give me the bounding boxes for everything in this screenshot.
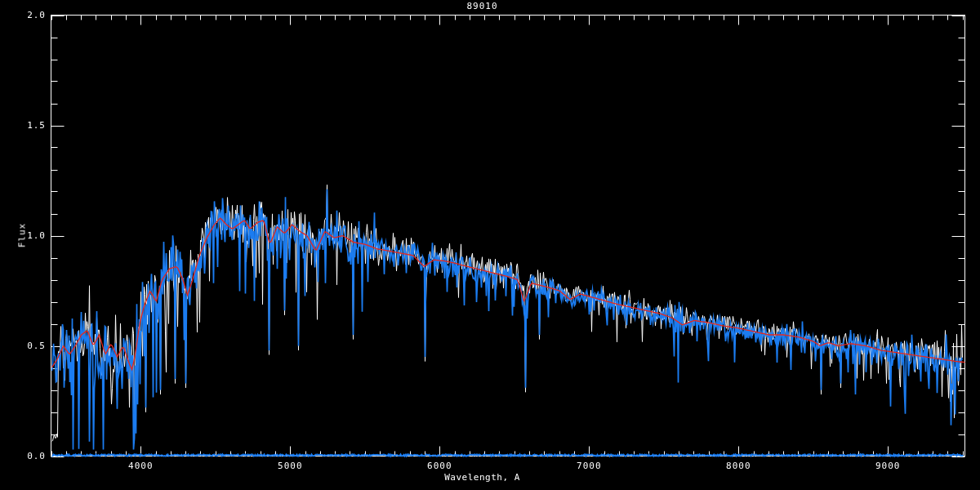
x-tick-label: 5000 [265, 461, 314, 471]
x-tick-label: 9000 [863, 461, 912, 471]
y-tick-label: 0.5 [13, 341, 46, 351]
spectrum-canvas [0, 0, 980, 490]
y-tick-label: 2.0 [13, 10, 46, 20]
spectrum-plot-window: 89010 Flux Wavelength, A 400050006000700… [0, 0, 980, 490]
x-tick-label: 8000 [714, 461, 763, 471]
x-tick-label: 6000 [415, 461, 464, 471]
y-tick-label: 0.0 [13, 451, 46, 461]
x-axis-label: Wavelength, A [0, 472, 964, 483]
y-tick-label: 1.0 [13, 230, 46, 241]
x-tick-label: 7000 [564, 461, 613, 471]
x-tick-label: 4000 [116, 461, 165, 471]
chart-title: 89010 [0, 1, 964, 11]
y-tick-label: 1.5 [13, 120, 46, 131]
